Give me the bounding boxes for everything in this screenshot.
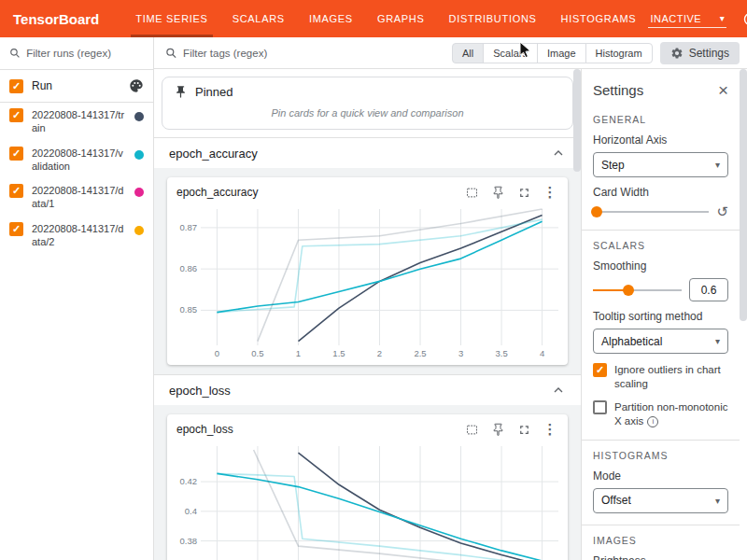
section-title: epoch_accuracy (169, 147, 258, 161)
filter-tags-input[interactable] (183, 48, 444, 59)
line-chart-epoch-loss[interactable]: 00.511.522.533.540.360.380.40.42 (169, 441, 566, 560)
chevron-down-icon: ▾ (715, 160, 720, 170)
ignore-outliers-label: Ignore outliers in chart scaling (614, 363, 728, 391)
svg-text:2: 2 (377, 348, 382, 358)
content-row: Pinned Pin cards for a quick view and co… (154, 69, 747, 560)
svg-text:1: 1 (296, 348, 301, 358)
fullscreen-icon[interactable] (515, 184, 532, 201)
nav-tab-scalars[interactable]: SCALARS (220, 0, 297, 37)
histogram-mode-select[interactable]: Offset ▾ (593, 488, 728, 513)
theme-toggle-icon[interactable] (740, 9, 747, 28)
slider-thumb[interactable] (591, 206, 602, 217)
partition-x-axis-row[interactable]: Partition non-monotonic X axisi (593, 400, 728, 428)
run-label: 20220808-141317/validation (32, 147, 126, 174)
pin-card-icon[interactable] (489, 184, 506, 201)
horizontal-axis-value: Step (601, 159, 625, 172)
fullscreen-icon[interactable] (515, 421, 532, 438)
data-status-select[interactable]: INACTIVE ▾ (648, 10, 726, 28)
run-color-dot (134, 188, 144, 197)
run-label: 20220808-141317/data/2 (32, 222, 126, 249)
run-label: 20220808-141317/train (32, 108, 126, 135)
slider-thumb[interactable] (623, 285, 634, 296)
partition-x-axis-checkbox[interactable] (593, 400, 607, 414)
run-select-all-row[interactable]: Run (0, 70, 153, 103)
run-checkbox[interactable] (9, 222, 23, 236)
pin-card-icon[interactable] (489, 421, 506, 438)
ignore-outliers-checkbox[interactable] (593, 363, 607, 377)
line-chart-epoch-accuracy[interactable]: 00.511.522.533.540.850.860.87 (169, 203, 566, 360)
histogram-mode-label: Mode (593, 469, 728, 483)
section-header-epoch-loss[interactable]: epoch_loss (154, 374, 581, 405)
nav-tab-images[interactable]: IMAGES (297, 0, 365, 37)
card-width-slider[interactable] (593, 205, 709, 218)
run-color-dot (134, 150, 144, 160)
card-width-row: ↺ (593, 204, 728, 218)
brightness-label: Brightness (593, 554, 728, 560)
close-icon[interactable]: × (718, 81, 728, 99)
fit-domain-icon[interactable] (463, 184, 480, 201)
select-all-runs-checkbox[interactable] (9, 79, 23, 93)
main-scrollbar[interactable] (573, 69, 581, 560)
search-icon (9, 47, 21, 60)
run-list-item-validation[interactable]: 20220808-141317/validation (0, 141, 153, 179)
svg-text:4: 4 (540, 348, 544, 358)
app-title[interactable]: TensorBoard (13, 11, 99, 27)
main-scrollbar-thumb[interactable] (573, 69, 581, 172)
chevron-up-icon[interactable] (551, 383, 566, 398)
smoothing-slider[interactable] (593, 284, 682, 297)
divider (582, 440, 740, 441)
ignore-outliers-row[interactable]: Ignore outliers in chart scaling (593, 363, 728, 391)
smoothing-label: Smoothing (593, 259, 728, 273)
chevron-up-icon[interactable] (551, 146, 566, 161)
chevron-down-icon: ▾ (715, 336, 720, 346)
gear-icon (670, 47, 684, 60)
run-checkbox[interactable] (9, 147, 23, 161)
filter-tags-row (162, 47, 444, 60)
run-list-item-data-2[interactable]: 20220808-141317/data/2 (0, 217, 153, 255)
tag-filter-image[interactable]: Image (537, 43, 586, 63)
palette-icon[interactable] (129, 78, 144, 93)
images-heading: IMAGES (593, 535, 728, 546)
nav-tab-distributions[interactable]: DISTRIBUTIONS (437, 0, 549, 37)
svg-text:0: 0 (215, 348, 219, 358)
section-title: epoch_loss (169, 384, 231, 398)
tag-filter-scalars[interactable]: Scalars (483, 43, 538, 63)
smoothing-input[interactable] (689, 278, 728, 301)
panel-scrollbar[interactable] (740, 69, 747, 560)
status-value: INACTIVE (650, 13, 701, 24)
pinned-title: Pinned (195, 85, 233, 99)
card-area: epoch_loss ⋮ 00.511.522.533.540.360.380.… (154, 405, 581, 560)
fit-domain-icon[interactable] (463, 421, 480, 438)
settings-button[interactable]: Settings (660, 42, 740, 64)
run-list-item-train[interactable]: 20220808-141317/train (0, 103, 153, 141)
settings-panel-content: Settings × GENERAL Horizontal Axis Step … (582, 69, 740, 560)
run-list-item-data-1[interactable]: 20220808-141317/data/1 (0, 178, 153, 217)
pinned-empty-message: Pin cards for a quick view and compariso… (162, 105, 572, 119)
tag-filter-histogram[interactable]: Histogram (585, 43, 653, 63)
more-options-icon[interactable]: ⋮ (542, 421, 558, 438)
reset-icon[interactable]: ↺ (716, 204, 728, 218)
run-checkbox[interactable] (9, 108, 23, 122)
nav-tab-graphs[interactable]: GRAPHS (365, 0, 437, 37)
tooltip-sorting-value: Alphabetical (601, 335, 662, 348)
nav-tab-time-series[interactable]: TIME SERIES (123, 0, 219, 37)
card-title: epoch_loss (176, 423, 233, 436)
tooltip-sorting-select[interactable]: Alphabetical ▾ (593, 329, 728, 354)
chevron-down-icon: ▾ (720, 13, 726, 23)
panel-scrollbar-thumb[interactable] (740, 69, 747, 321)
run-color-dot (134, 112, 144, 121)
filter-runs-input[interactable] (26, 48, 144, 59)
horizontal-axis-select[interactable]: Step ▾ (593, 152, 728, 177)
svg-text:3.5: 3.5 (495, 348, 507, 358)
tag-filter-all[interactable]: All (452, 43, 484, 63)
more-options-icon[interactable]: ⋮ (542, 184, 558, 201)
filter-runs-row (0, 37, 153, 70)
search-icon (165, 47, 177, 60)
info-icon[interactable]: i (647, 416, 658, 427)
run-checkbox[interactable] (9, 184, 23, 198)
nav-tab-histograms[interactable]: HISTOGRAMS (549, 0, 649, 37)
settings-panel-title: Settings (593, 82, 643, 98)
tooltip-sorting-label: Tooltip sorting method (593, 310, 728, 323)
section-header-epoch-accuracy[interactable]: epoch_accuracy (154, 137, 581, 168)
settings-panel: Settings × GENERAL Horizontal Axis Step … (581, 69, 747, 560)
